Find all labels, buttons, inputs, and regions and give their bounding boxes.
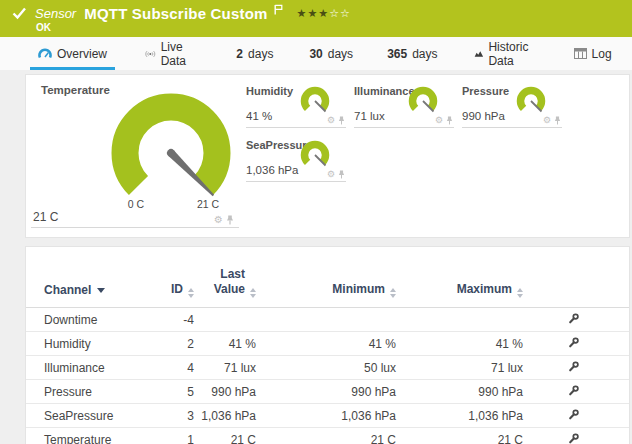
gear-icon[interactable]: ⚙ [435, 116, 443, 125]
star-filled-icon[interactable]: ★ [297, 8, 307, 19]
pin-icon[interactable] [338, 116, 345, 125]
tab-label: Live Data [161, 40, 193, 68]
gauge-actions: ⚙ [327, 116, 345, 125]
cell-last-value: 41 % [194, 332, 256, 356]
gauge-max-label: 21 C [188, 198, 228, 210]
channel-settings-wrench-icon[interactable] [568, 337, 579, 351]
gauge-actions: ⚙ [327, 170, 345, 179]
star-empty-icon[interactable]: ☆ [329, 8, 339, 19]
gauge-value: 71 lux [354, 110, 385, 122]
channel-settings-wrench-icon[interactable] [568, 409, 579, 423]
gauge-cell-pressure[interactable]: Pressure 990 hPa ⚙ [462, 83, 562, 128]
tab-label: days [328, 47, 353, 61]
gauge-cell-illuminance[interactable]: Illuminance 71 lux ⚙ [354, 83, 454, 128]
tab-overview[interactable]: Overview [36, 37, 109, 70]
gauge-icon [38, 48, 52, 59]
cell-maximum: 990 hPa [396, 380, 523, 404]
cell-id: -4 [156, 308, 194, 332]
cell-id: 1 [156, 428, 194, 444]
cell-minimum: 21 C [256, 428, 396, 444]
tab-historic-data[interactable]: Historic Data [472, 37, 536, 70]
cell-last-value: 21 C [194, 428, 256, 444]
table-row[interactable]: Downtime -4 [26, 308, 630, 332]
pin-icon[interactable] [338, 170, 345, 179]
cell-minimum [256, 308, 396, 332]
cell-minimum: 41 % [256, 332, 396, 356]
sort-icon [517, 288, 523, 298]
cell-channel: Pressure [26, 380, 156, 404]
pin-icon[interactable] [226, 215, 234, 225]
flag-icon[interactable] [274, 1, 283, 19]
primary-gauge-value: 21 C [33, 210, 58, 224]
cell-channel: Humidity [26, 332, 156, 356]
gear-icon[interactable]: ⚙ [327, 170, 335, 179]
tab-30-days[interactable]: 30 days [307, 37, 355, 70]
gauge-value: 1,036 hPa [246, 164, 298, 176]
tab-label: days [248, 47, 273, 61]
star-filled-icon[interactable]: ★ [318, 8, 328, 19]
cell-channel: SeaPressure [26, 404, 156, 428]
gauge-value: 990 hPa [462, 110, 505, 122]
tab-365-days[interactable]: 365 days [385, 37, 439, 70]
gauge-actions: ⚙ [543, 116, 561, 125]
column-header-maximum[interactable]: Maximum [396, 267, 523, 308]
cell-last-value: 990 hPa [194, 380, 256, 404]
gear-icon[interactable]: ⚙ [543, 116, 551, 125]
cell-id: 4 [156, 356, 194, 380]
cell-channel: Illuminance [26, 356, 156, 380]
gauge-min-label: 0 C [116, 198, 156, 210]
pin-icon[interactable] [446, 116, 453, 125]
channel-table: Channel ID Last Value Minimum Maximum [26, 267, 630, 444]
cell-minimum: 50 lux [256, 356, 396, 380]
gauges-panel: Temperature 0 C 21 C 21 C ⚙ Humidity 41 … [25, 74, 630, 238]
channel-settings-wrench-icon[interactable] [568, 385, 579, 399]
tab-number: 30 [309, 47, 322, 61]
star-filled-icon[interactable]: ★ [307, 8, 317, 19]
cell-channel: Temperature [26, 428, 156, 444]
tab-live-data[interactable]: Live Data [143, 37, 194, 70]
star-empty-icon[interactable]: ☆ [340, 8, 350, 19]
rating-stars[interactable]: ★★★☆☆ [297, 8, 350, 19]
table-row[interactable]: Pressure 5 990 hPa 990 hPa 990 hPa [26, 380, 630, 404]
column-label: Channel [44, 283, 91, 297]
cell-minimum: 990 hPa [256, 380, 396, 404]
gauge-cell-seapressure[interactable]: SeaPressure 1,036 hPa ⚙ [246, 137, 346, 182]
tab-bar: Overview Live Data 2 days 30 days 365 da… [0, 37, 632, 70]
table-row[interactable]: Temperature 1 21 C 21 C 21 C [26, 428, 630, 444]
table-row[interactable]: Illuminance 4 71 lux 50 lux 71 lux [26, 356, 630, 380]
gauge-cell-humidity[interactable]: Humidity 41 % ⚙ [246, 83, 346, 128]
gauge-label: Pressure [462, 85, 509, 97]
column-header-id[interactable]: ID [156, 267, 194, 308]
column-label: Minimum [332, 282, 385, 296]
column-header-last-value[interactable]: Last Value [194, 267, 256, 308]
gauge-actions: ⚙ [435, 116, 453, 125]
tab-2-days[interactable]: 2 days [234, 37, 275, 70]
cell-last-value [194, 308, 256, 332]
column-header-tools [523, 267, 630, 308]
cell-last-value: 1,036 hPa [194, 404, 256, 428]
column-header-minimum[interactable]: Minimum [256, 267, 396, 308]
gear-icon[interactable]: ⚙ [327, 116, 335, 125]
table-row[interactable]: SeaPressure 3 1,036 hPa 1,036 hPa 1,036 … [26, 404, 630, 428]
gear-icon[interactable]: ⚙ [214, 215, 223, 225]
cell-id: 5 [156, 380, 194, 404]
column-header-channel[interactable]: Channel [26, 267, 156, 308]
table-row[interactable]: Humidity 2 41 % 41 % 41 % [26, 332, 630, 356]
table-header-row: Channel ID Last Value Minimum Maximum [26, 267, 630, 308]
column-label: Last Value [201, 267, 245, 297]
tab-log[interactable]: Log [572, 37, 614, 70]
cell-maximum: 41 % [396, 332, 523, 356]
sort-icon [188, 288, 194, 298]
sensor-header: Sensor MQTT Subscribe Custom ★★★☆☆ OK [0, 0, 632, 37]
tab-label: Historic Data [488, 40, 533, 68]
pin-icon[interactable] [554, 116, 561, 125]
column-label: Maximum [457, 282, 512, 296]
channel-settings-wrench-icon[interactable] [568, 361, 579, 375]
channel-settings-wrench-icon[interactable] [568, 313, 579, 327]
status-badge: OK [36, 22, 51, 33]
channel-settings-wrench-icon[interactable] [568, 433, 579, 444]
column-label: ID [171, 282, 183, 296]
cell-maximum: 1,036 hPa [396, 404, 523, 428]
cell-maximum: 71 lux [396, 356, 523, 380]
page-title: MQTT Subscribe Custom [84, 5, 267, 22]
